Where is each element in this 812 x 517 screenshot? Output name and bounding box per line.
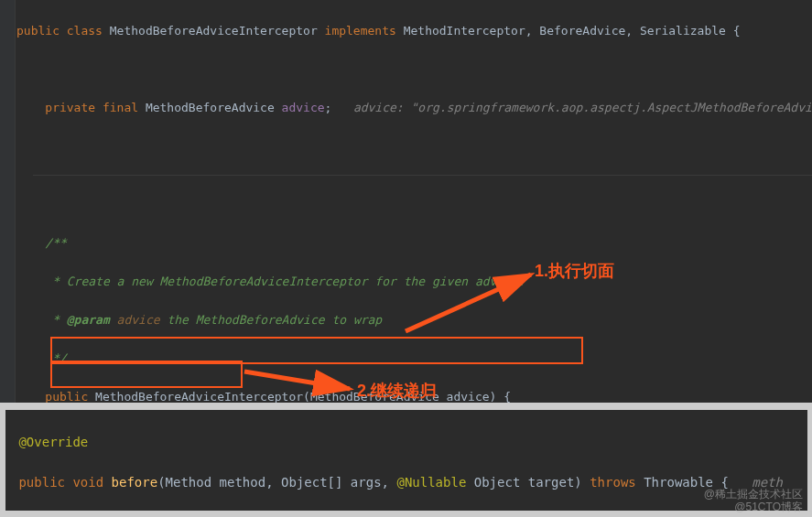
javadoc: /**: [16, 233, 812, 253]
javadoc: the MethodBeforeAdvice to wrap: [160, 313, 383, 327]
code-text: ;: [325, 101, 353, 114]
javadoc: */: [16, 349, 812, 368]
code-text: public void: [11, 475, 112, 490]
javadoc: * Create a new MethodBeforeAdviceInterce…: [16, 272, 812, 291]
inline-comment: advice: "org.springframework.aop.aspectj…: [353, 101, 812, 114]
code-text: implements: [325, 24, 404, 38]
javadoc: advice: [117, 313, 160, 327]
code-text: public: [16, 390, 95, 403]
code-text: (Method method, Object[] args,: [157, 475, 396, 490]
code-editor-bottom[interactable]: @Override public void before(Method meth…: [5, 410, 807, 511]
code-text: MethodInterceptor, BeforeAdvice, Seriali…: [404, 24, 741, 38]
code-text: throws: [590, 475, 644, 490]
gutter: [0, 0, 16, 403]
code-area-bottom[interactable]: @Override public void before(Method meth…: [5, 410, 807, 511]
code-text: MethodBeforeAdviceInterceptor: [110, 24, 325, 38]
annotation: @Nullable: [396, 475, 466, 490]
javadoc-tag: @param: [67, 313, 117, 327]
annotation: @Override: [11, 432, 807, 452]
code-area-top[interactable]: public class MethodBeforeAdviceIntercept…: [0, 0, 812, 403]
code-text: private final: [16, 101, 146, 114]
code-text: MethodBeforeAdvice: [146, 101, 282, 114]
inline-comment: meth: [752, 475, 783, 490]
constructor-name: MethodBeforeAdviceInterceptor: [95, 390, 303, 403]
code-editor-top[interactable]: public class MethodBeforeAdviceIntercept…: [0, 0, 812, 403]
code-text: (MethodBeforeAdvice advice) {: [303, 390, 511, 403]
code-text: Throwable {: [644, 475, 752, 490]
method-name: before: [112, 475, 158, 490]
javadoc: *: [16, 313, 67, 327]
code-text: advice: [282, 101, 325, 114]
code-text: public class: [16, 24, 110, 38]
code-text: Object target): [466, 475, 590, 490]
